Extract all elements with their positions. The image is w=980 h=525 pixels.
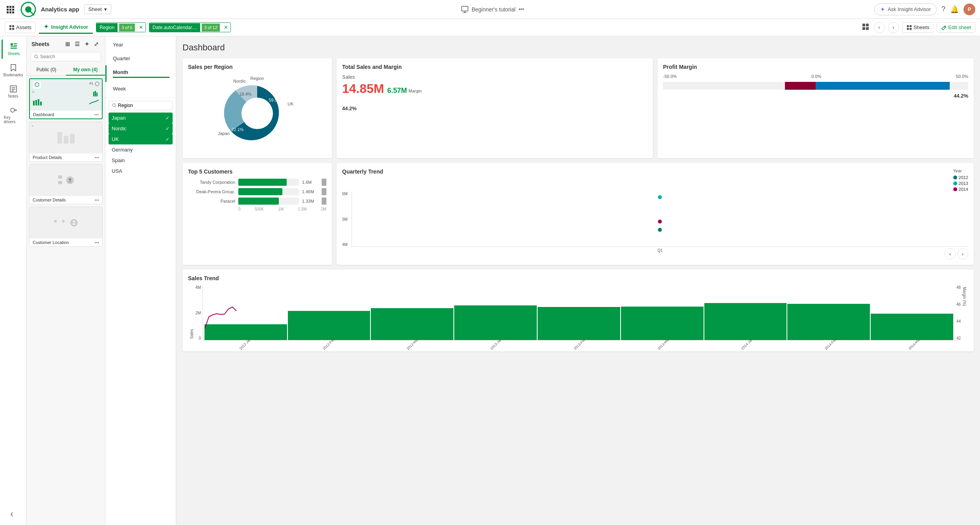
ask-advisor-button[interactable]: ✦ Ask Insight Advisor xyxy=(874,4,937,15)
search-icon xyxy=(34,54,39,59)
region-nordic[interactable]: Nordic ✓ xyxy=(109,123,173,134)
profit-pct-value: 44.2% xyxy=(663,93,968,99)
sheets-button[interactable]: Sheets xyxy=(902,22,934,33)
bookmarks-icon xyxy=(9,64,17,72)
region-japan[interactable]: Japan ✓ xyxy=(109,113,173,123)
drill-item-month[interactable]: Month xyxy=(105,65,176,82)
sheets-search-input[interactable] xyxy=(40,54,98,59)
region-filter-chip[interactable]: Region 3 of 6 ✕ xyxy=(96,22,146,32)
kpi-margin-value: 6.57M xyxy=(387,87,407,95)
filter-btn[interactable]: ✦ xyxy=(83,40,91,48)
next-arrow[interactable]: › xyxy=(888,22,899,33)
profit-margin-title: Profit Margin xyxy=(663,64,968,70)
svg-rect-52 xyxy=(32,125,33,127)
collapse-button[interactable] xyxy=(7,508,20,522)
dot-2012-q1 xyxy=(658,228,662,232)
sheet-name-location: Customer Location xyxy=(33,240,69,245)
date-filter-close[interactable]: ✕ xyxy=(221,23,230,32)
quarterly-prev[interactable]: ‹ xyxy=(945,248,956,259)
quarterly-trend-title: Quarterly Trend xyxy=(342,168,383,175)
more-options-icon[interactable]: ••• xyxy=(519,6,524,12)
sheet-options-customer[interactable]: ••• xyxy=(94,198,99,202)
profit-margin-card: Profit Margin -50.0% 0.0% 50.0% 44.2% xyxy=(658,58,974,158)
legend-2014: 2014 xyxy=(953,187,968,192)
top-nav: Analytics app Sheet ▾ Beginner's tutoria… xyxy=(0,0,980,19)
sheet-options-product[interactable]: ••• xyxy=(94,155,99,160)
region-search-input[interactable] xyxy=(118,103,169,108)
sheet-item-product[interactable]: Product Details ••• xyxy=(29,122,103,162)
svg-text:Region: Region xyxy=(251,76,264,81)
nav-grid-icon[interactable] xyxy=(5,4,16,15)
assets-button[interactable]: Assets xyxy=(5,22,36,33)
notes-sidebar-label: Notes xyxy=(8,94,18,98)
region-spain[interactable]: Spain xyxy=(109,155,173,166)
sheet-dropdown[interactable]: Sheet ▾ xyxy=(84,4,111,14)
sales-y-right-values: 48464442 xyxy=(955,285,961,340)
avatar[interactable]: P xyxy=(963,4,975,15)
svg-rect-57 xyxy=(62,220,64,222)
question-icon[interactable]: ? xyxy=(941,5,945,13)
region-filter-close[interactable]: ✕ xyxy=(136,23,146,32)
drill-item-year[interactable]: Year xyxy=(105,38,176,52)
sidebar-item-notes[interactable]: Notes xyxy=(2,82,25,102)
nav-right-tools: ‹ › Sheets Edit sheet xyxy=(860,22,975,33)
quarterly-chart: 6M5M4M Q1 xyxy=(342,192,968,247)
bar-2013-mar xyxy=(621,307,704,340)
bar-x-labels: 0500K1M1.5M2M xyxy=(188,207,326,211)
svg-text:59.5%: 59.5% xyxy=(269,98,281,102)
prev-arrow[interactable]: ‹ xyxy=(874,22,885,33)
region-uk[interactable]: UK ✓ xyxy=(109,134,173,144)
sales-trend-chart: Sales 4M2M0 xyxy=(188,285,968,340)
svg-rect-2 xyxy=(12,6,14,8)
sales-per-region-card: Sales per Region Region 59 xyxy=(182,58,332,158)
bar-2012-jan xyxy=(204,324,287,340)
sheet-name-customer: Customer Details xyxy=(33,198,66,202)
grid-layout-icon[interactable] xyxy=(860,22,871,33)
drill-list: Year Quarter Month Week xyxy=(105,36,176,97)
sidebar-item-sheets[interactable]: Sheets xyxy=(2,39,25,59)
svg-rect-12 xyxy=(462,6,468,11)
sheets-search[interactable] xyxy=(31,52,101,61)
tab-public[interactable]: Public (0) xyxy=(27,65,66,76)
profit-label-neg: -50.0% xyxy=(663,74,677,79)
legend-2012: 2012 xyxy=(953,175,968,180)
region-germany[interactable]: Germany xyxy=(109,144,173,155)
sheet-options-location[interactable]: ••• xyxy=(94,240,99,245)
expand-btn[interactable]: ⤢ xyxy=(92,40,100,48)
bar-chart: Tandy Corporation 1.6M Deak-Perera Group… xyxy=(188,179,326,205)
sheets-tabs: Public (0) My own (4) xyxy=(27,65,105,76)
bell-icon[interactable]: 🔔 xyxy=(950,5,959,14)
sheet-options-dashboard[interactable]: ••• xyxy=(94,112,99,117)
sheet-item-customer[interactable]: Customer Details ••• xyxy=(29,164,103,204)
svg-rect-53 xyxy=(58,176,62,179)
svg-point-64 xyxy=(241,98,273,129)
quarterly-next[interactable]: › xyxy=(957,248,968,259)
drill-item-quarter[interactable]: Quarter xyxy=(105,52,176,65)
sheets-panel-title: Sheets xyxy=(31,41,50,47)
sidebar-item-key-drivers[interactable]: Key drivers xyxy=(2,103,25,127)
svg-rect-49 xyxy=(93,92,94,96)
list-view-btn[interactable]: ☰ xyxy=(73,40,81,48)
quarterly-plot: Q1 xyxy=(352,192,968,247)
bar-2014-feb xyxy=(787,304,870,340)
drill-item-week[interactable]: Week xyxy=(105,82,176,96)
sheet-item-dashboard[interactable]: #1 xyxy=(29,78,103,119)
bar-fill-paracel xyxy=(238,198,279,205)
sheet-item-location[interactable]: Customer Location ••• xyxy=(29,207,103,247)
insight-advisor-tab[interactable]: ✦ Insight Advisor xyxy=(39,21,93,34)
date-filter-chip[interactable]: Date.autoCalendar.... 3 of 12 ✕ xyxy=(149,22,231,32)
bar-label-paracel: Paracel xyxy=(188,199,235,203)
region-search[interactable] xyxy=(109,101,173,110)
tab-my-own[interactable]: My own (4) xyxy=(66,65,105,76)
svg-point-36 xyxy=(11,108,15,112)
svg-rect-1 xyxy=(9,6,11,8)
svg-point-42 xyxy=(35,83,39,87)
bar-2014-mar xyxy=(871,314,953,340)
svg-rect-4 xyxy=(9,9,11,11)
quarterly-trend-card: Quarterly Trend Year 2012 2013 xyxy=(337,163,974,265)
sidebar-item-bookmarks[interactable]: Bookmarks xyxy=(2,61,25,80)
region-usa[interactable]: USA xyxy=(109,166,173,176)
edit-sheet-button[interactable]: Edit sheet xyxy=(937,22,975,33)
grid-view-btn[interactable]: ⊞ xyxy=(64,40,72,48)
svg-text:22.1%: 22.1% xyxy=(231,127,243,132)
